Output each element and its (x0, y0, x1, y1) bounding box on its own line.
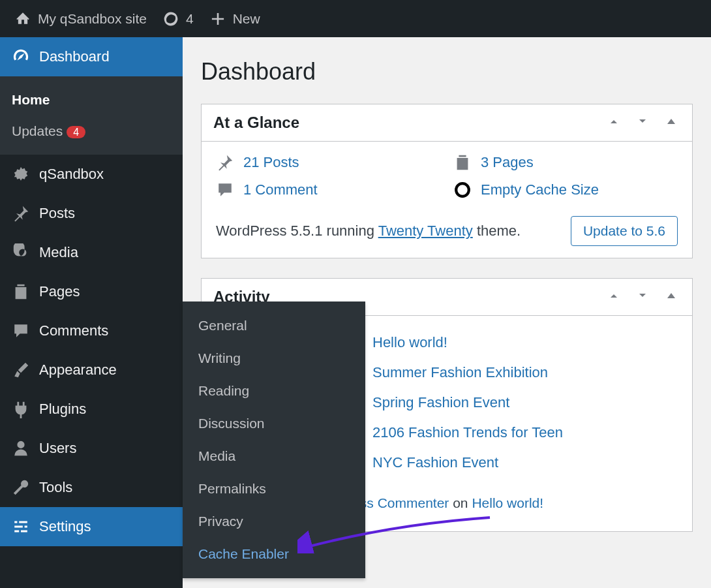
toggle-button[interactable] (662, 114, 680, 132)
toolbar-new[interactable]: New (202, 0, 268, 37)
flyout-permalinks[interactable]: Permalinks (183, 472, 365, 505)
wrench-icon (12, 478, 30, 497)
admin-sidebar: Dashboard Home Updates4 qSandbox Posts M… (0, 37, 183, 588)
admin-toolbar: My qSandbox site 4 New (0, 0, 711, 37)
svg-point-0 (456, 183, 469, 196)
at-a-glance-box: At a Glance 21 Posts 3 Pages (201, 104, 693, 258)
move-down-button[interactable] (633, 288, 652, 306)
menu-tools[interactable]: Tools (0, 468, 183, 507)
theme-link[interactable]: Twenty Twenty (378, 223, 473, 239)
menu-dashboard[interactable]: Dashboard (0, 37, 183, 76)
flyout-reading[interactable]: Reading (183, 375, 365, 407)
dashboard-submenu: Home Updates4 (0, 76, 183, 155)
glance-cache[interactable]: Empty Cache Size (453, 181, 678, 199)
menu-pages[interactable]: Pages (0, 272, 183, 311)
menu-qsandbox[interactable]: qSandbox (0, 155, 183, 194)
sliders-icon (12, 518, 30, 536)
activity-link[interactable]: NYC Fashion Event (372, 454, 498, 471)
settings-flyout: General Writing Reading Discussion Media… (183, 302, 365, 578)
menu-appearance[interactable]: Appearance (0, 350, 183, 390)
comment-icon (12, 322, 30, 340)
pin-icon (12, 204, 30, 223)
pin-icon (216, 153, 234, 172)
pages-icon (453, 153, 472, 172)
update-button[interactable]: Update to 5.6 (571, 216, 678, 246)
menu-settings[interactable]: Settings (0, 507, 183, 546)
activity-link[interactable]: Hello world! (372, 334, 447, 351)
dashboard-icon (12, 48, 30, 66)
at-a-glance-header: At a Glance (202, 104, 692, 142)
brush-icon (12, 361, 30, 379)
activity-link[interactable]: Summer Fashion Exhibition (372, 364, 548, 381)
activity-link[interactable]: Spring Fashion Event (372, 394, 509, 411)
chevron-down-icon (636, 115, 649, 128)
glance-comments[interactable]: 1 Comment (216, 181, 440, 199)
refresh-icon (162, 10, 179, 27)
flyout-discussion[interactable]: Discussion (183, 407, 365, 440)
flyout-writing[interactable]: Writing (183, 342, 365, 375)
gear-icon (12, 165, 30, 183)
menu-posts[interactable]: Posts (0, 194, 183, 233)
move-up-button[interactable] (605, 114, 623, 132)
menu-media[interactable]: Media (0, 233, 183, 272)
toggle-button[interactable] (662, 288, 680, 306)
cache-icon (453, 181, 472, 199)
menu-comments[interactable]: Comments (0, 311, 183, 350)
flyout-privacy[interactable]: Privacy (183, 505, 365, 538)
page-title: Dashboard (201, 58, 693, 85)
updates-count: 4 (186, 11, 194, 27)
submenu-updates[interactable]: Updates4 (0, 116, 183, 147)
comment-post-link[interactable]: Hello world! (472, 495, 543, 510)
updates-badge: 4 (67, 126, 85, 138)
flyout-media[interactable]: Media (183, 440, 365, 472)
user-icon (12, 439, 30, 457)
flyout-general[interactable]: General (183, 309, 365, 342)
at-a-glance-heading: At a Glance (213, 114, 299, 132)
menu-plugins[interactable]: Plugins (0, 390, 183, 429)
submenu-home[interactable]: Home (0, 84, 183, 116)
chevron-down-icon (636, 289, 649, 302)
triangle-up-icon (665, 115, 678, 128)
chevron-up-icon (607, 115, 620, 128)
glance-pages[interactable]: 3 Pages (453, 153, 678, 172)
new-label: New (233, 11, 260, 27)
chevron-up-icon (607, 289, 620, 302)
menu-users[interactable]: Users (0, 429, 183, 468)
toolbar-site-link[interactable]: My qSandbox site (7, 0, 155, 37)
comment-icon (216, 181, 234, 199)
activity-link[interactable]: 2106 Fashion Trends for Teen (372, 424, 563, 441)
flyout-cache-enabler[interactable]: Cache Enabler (183, 538, 365, 570)
home-icon (14, 10, 31, 27)
site-name: My qSandbox site (38, 11, 147, 27)
plugin-icon (12, 400, 30, 418)
media-icon (12, 243, 30, 262)
version-text: WordPress 5.5.1 running Twenty Twenty th… (216, 223, 521, 240)
move-down-button[interactable] (633, 114, 652, 132)
glance-posts[interactable]: 21 Posts (216, 153, 440, 172)
triangle-up-icon (665, 289, 678, 302)
pages-icon (12, 283, 30, 301)
plus-icon (209, 10, 226, 27)
toolbar-updates[interactable]: 4 (155, 0, 202, 37)
move-up-button[interactable] (605, 288, 623, 306)
